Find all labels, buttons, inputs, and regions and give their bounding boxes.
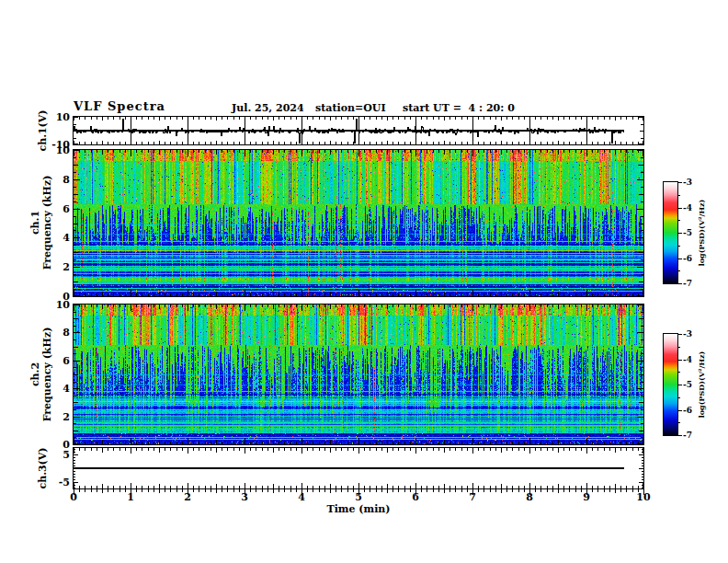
x-axis-tick <box>540 489 541 492</box>
x-axis-tick <box>119 489 120 492</box>
colorbar-tick <box>677 182 682 183</box>
colorbar1-units-label: log(PSD)(V²/Hz) <box>697 200 706 267</box>
x-axis-tick <box>165 489 165 492</box>
x-axis-tick <box>97 489 97 492</box>
x-axis-tick <box>632 489 633 492</box>
x-axis-tick <box>267 489 268 492</box>
colorbar-tick <box>677 195 680 196</box>
x-axis-tick <box>319 489 320 492</box>
colorbar-tick <box>677 220 680 221</box>
frequency-units-label: Frequency (kHz) <box>41 327 53 422</box>
x-axis-tick <box>91 489 92 492</box>
x-axis-tick <box>552 489 553 492</box>
x-axis-tick <box>210 489 211 492</box>
x-axis-tick <box>529 489 530 495</box>
x-axis-tick <box>506 489 507 492</box>
x-axis-tick <box>284 489 285 492</box>
x-axis-tick <box>341 489 342 492</box>
x-axis-tick <box>415 489 416 495</box>
x-axis-tick <box>501 489 502 493</box>
colorbar2-units-label: log(PSD)(V²/Hz) <box>697 351 706 419</box>
colorbar-tick <box>677 422 680 423</box>
x-axis-tick <box>398 489 399 492</box>
x-axis-tick <box>170 489 171 492</box>
wave3-ymin-tick: -5 <box>42 477 70 488</box>
freq-tick-label: 0 <box>42 439 70 451</box>
x-axis-tick <box>330 489 331 493</box>
freq-tick-label: 10 <box>42 144 70 156</box>
freq-tick-label: 4 <box>42 383 70 395</box>
x-axis-tick <box>535 489 536 492</box>
ch3-waveform-panel <box>73 447 644 489</box>
x-axis-tick <box>461 489 462 492</box>
x-axis-tick <box>581 489 582 492</box>
x-axis-tick <box>586 489 587 495</box>
x-axis-tick <box>353 489 354 492</box>
x-axis-tick <box>643 489 644 495</box>
x-axis-tick <box>347 489 348 492</box>
x-axis-tick <box>472 489 473 495</box>
x-axis-tick <box>467 489 468 492</box>
x-axis-tick <box>159 489 160 493</box>
colorbar-tick <box>677 397 680 398</box>
x-axis-tick <box>495 489 496 492</box>
x-axis-tick <box>148 489 149 492</box>
x-axis-tick <box>592 489 593 492</box>
x-axis-tick <box>569 489 570 492</box>
x-axis-tick <box>74 489 74 495</box>
frequency-units-label: Frequency (kHz) <box>41 176 53 270</box>
x-axis-tick <box>575 489 576 492</box>
page-title: VLF Spectra <box>74 99 165 113</box>
colorbar-tick-label: -6 <box>683 254 692 263</box>
x-axis-tick <box>108 489 108 492</box>
x-axis-tick <box>301 489 302 495</box>
time-axis-label: Time (min) <box>74 503 643 515</box>
x-axis-tick <box>182 489 183 492</box>
colorbar-tick <box>677 372 680 373</box>
x-axis-tick <box>336 489 336 492</box>
station-label: station=OUI <box>315 102 386 114</box>
colorbar-tick-label: -5 <box>683 380 692 389</box>
x-axis-tick <box>125 489 126 492</box>
colorbar-tick <box>677 435 682 436</box>
colorbar-tick-label: -7 <box>683 431 692 440</box>
freq-tick-label: 2 <box>42 411 70 423</box>
x-axis-tick <box>490 489 491 492</box>
x-axis-tick <box>358 489 359 495</box>
x-axis-tick <box>421 489 422 492</box>
x-axis-tick <box>512 489 513 492</box>
date-label: Jul. 25, 2024 <box>232 102 304 114</box>
colorbar-tick-label: -4 <box>683 203 692 213</box>
colorbar-tick <box>677 259 682 259</box>
x-axis-tick <box>136 489 137 492</box>
x-axis-tick <box>262 489 263 492</box>
freq-tick-label: 8 <box>42 174 70 186</box>
x-axis-tick <box>620 489 621 492</box>
x-axis-tick <box>176 489 177 492</box>
x-axis-tick <box>85 489 85 492</box>
x-axis-tick <box>154 489 154 492</box>
colorbar-tick-label: -6 <box>683 406 692 415</box>
x-axis-tick <box>79 489 80 492</box>
ch2-frequency-axis-label: ch.2 Frequency (kHz) <box>29 327 53 422</box>
x-axis-tick <box>296 489 297 492</box>
freq-tick-label: 6 <box>42 355 70 367</box>
x-axis-tick <box>216 489 217 493</box>
colorbar-tick-label: -3 <box>683 329 692 339</box>
colorbar-ch1 <box>663 181 678 284</box>
colorbar-tick <box>677 283 682 284</box>
freq-tick-label: 2 <box>42 261 70 273</box>
colorbar-tick-label: -3 <box>683 178 692 187</box>
x-axis-tick <box>438 489 439 492</box>
x-axis-tick <box>387 489 388 493</box>
start-ut-label: start UT = 4 : 20: 0 <box>403 102 515 114</box>
x-axis-tick <box>290 489 291 492</box>
x-axis-tick <box>410 489 411 492</box>
freq-tick-label: 10 <box>42 299 70 311</box>
colorbar-tick <box>677 233 682 234</box>
colorbar-tick <box>677 410 682 411</box>
x-axis-tick <box>324 489 325 492</box>
freq-tick-label: 6 <box>42 203 70 215</box>
x-axis-tick <box>609 489 610 492</box>
x-axis-tick <box>483 489 484 492</box>
